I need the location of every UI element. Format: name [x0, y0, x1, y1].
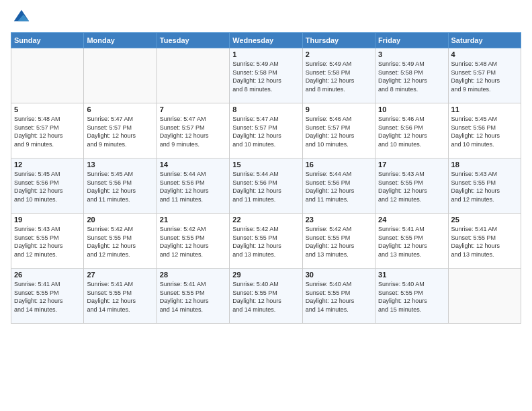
calendar-cell: 25Sunrise: 5:41 AMSunset: 5:55 PMDayligh… — [448, 214, 521, 269]
header — [11, 8, 521, 27]
calendar-header-friday: Friday — [375, 33, 448, 48]
calendar-week-1: 1Sunrise: 5:49 AMSunset: 5:58 PMDaylight… — [11, 48, 521, 103]
day-info: Sunrise: 5:42 AMSunset: 5:55 PMDaylight:… — [160, 225, 226, 259]
day-number: 3 — [378, 50, 445, 58]
day-number: 21 — [160, 216, 226, 224]
calendar-cell: 21Sunrise: 5:42 AMSunset: 5:55 PMDayligh… — [157, 214, 229, 269]
day-number: 28 — [160, 271, 226, 279]
day-info: Sunrise: 5:46 AMSunset: 5:57 PMDaylight:… — [306, 115, 372, 148]
day-info: Sunrise: 5:47 AMSunset: 5:57 PMDaylight:… — [160, 115, 226, 148]
calendar-cell: 19Sunrise: 5:43 AMSunset: 5:55 PMDayligh… — [11, 214, 84, 269]
day-info: Sunrise: 5:49 AMSunset: 5:58 PMDaylight:… — [378, 60, 445, 93]
calendar-cell: 14Sunrise: 5:44 AMSunset: 5:56 PMDayligh… — [157, 158, 229, 214]
calendar-cell — [448, 269, 521, 324]
day-number: 24 — [378, 216, 445, 224]
calendar-cell: 11Sunrise: 5:45 AMSunset: 5:56 PMDayligh… — [448, 103, 521, 158]
logo-icon — [12, 8, 31, 27]
day-info: Sunrise: 5:41 AMSunset: 5:55 PMDaylight:… — [160, 280, 226, 314]
day-number: 7 — [160, 105, 226, 113]
calendar-cell: 20Sunrise: 5:42 AMSunset: 5:55 PMDayligh… — [84, 214, 157, 269]
day-number: 11 — [451, 105, 518, 113]
day-info: Sunrise: 5:45 AMSunset: 5:56 PMDaylight:… — [14, 170, 81, 203]
day-info: Sunrise: 5:40 AMSunset: 5:55 PMDaylight:… — [306, 280, 372, 314]
day-info: Sunrise: 5:47 AMSunset: 5:57 PMDaylight:… — [232, 115, 299, 148]
day-number: 17 — [378, 161, 445, 169]
calendar-header-row: SundayMondayTuesdayWednesdayThursdayFrid… — [11, 33, 521, 48]
calendar-header-tuesday: Tuesday — [157, 33, 229, 48]
calendar-header-monday: Monday — [84, 33, 157, 48]
calendar-cell — [157, 48, 229, 103]
day-number: 23 — [306, 216, 372, 224]
day-info: Sunrise: 5:42 AMSunset: 5:55 PMDaylight:… — [232, 225, 299, 259]
calendar-cell: 22Sunrise: 5:42 AMSunset: 5:55 PMDayligh… — [230, 214, 302, 269]
calendar-header-thursday: Thursday — [302, 33, 375, 48]
day-info: Sunrise: 5:44 AMSunset: 5:56 PMDaylight:… — [306, 170, 372, 203]
calendar-cell: 31Sunrise: 5:40 AMSunset: 5:55 PMDayligh… — [375, 269, 448, 324]
day-info: Sunrise: 5:43 AMSunset: 5:55 PMDaylight:… — [451, 170, 518, 203]
calendar-table: SundayMondayTuesdayWednesdayThursdayFrid… — [11, 32, 521, 324]
day-number: 31 — [378, 271, 445, 279]
day-info: Sunrise: 5:44 AMSunset: 5:56 PMDaylight:… — [160, 170, 226, 203]
calendar-cell: 6Sunrise: 5:47 AMSunset: 5:57 PMDaylight… — [84, 103, 157, 158]
calendar-cell: 7Sunrise: 5:47 AMSunset: 5:57 PMDaylight… — [157, 103, 229, 158]
day-number: 12 — [14, 161, 81, 169]
calendar-cell: 16Sunrise: 5:44 AMSunset: 5:56 PMDayligh… — [302, 158, 375, 214]
calendar-header-saturday: Saturday — [448, 33, 521, 48]
calendar-week-4: 19Sunrise: 5:43 AMSunset: 5:55 PMDayligh… — [11, 214, 521, 269]
day-number: 19 — [14, 216, 81, 224]
day-info: Sunrise: 5:41 AMSunset: 5:55 PMDaylight:… — [87, 280, 153, 314]
day-number: 4 — [451, 50, 518, 58]
calendar-cell: 3Sunrise: 5:49 AMSunset: 5:58 PMDaylight… — [375, 48, 448, 103]
calendar-cell: 10Sunrise: 5:46 AMSunset: 5:56 PMDayligh… — [375, 103, 448, 158]
day-number: 25 — [451, 216, 518, 224]
day-info: Sunrise: 5:41 AMSunset: 5:55 PMDaylight:… — [378, 225, 445, 259]
day-number: 10 — [378, 105, 445, 113]
calendar-cell: 15Sunrise: 5:44 AMSunset: 5:56 PMDayligh… — [230, 158, 302, 214]
day-info: Sunrise: 5:41 AMSunset: 5:55 PMDaylight:… — [14, 280, 81, 314]
calendar-cell: 29Sunrise: 5:40 AMSunset: 5:55 PMDayligh… — [230, 269, 302, 324]
day-number: 29 — [232, 271, 299, 279]
day-number: 27 — [87, 271, 153, 279]
day-info: Sunrise: 5:43 AMSunset: 5:55 PMDaylight:… — [378, 170, 445, 203]
day-info: Sunrise: 5:49 AMSunset: 5:58 PMDaylight:… — [232, 60, 299, 93]
day-number: 15 — [232, 161, 299, 169]
page: SundayMondayTuesdayWednesdayThursdayFrid… — [0, 0, 532, 411]
day-info: Sunrise: 5:43 AMSunset: 5:55 PMDaylight:… — [14, 225, 81, 259]
day-info: Sunrise: 5:48 AMSunset: 5:57 PMDaylight:… — [14, 115, 81, 148]
calendar-cell: 24Sunrise: 5:41 AMSunset: 5:55 PMDayligh… — [375, 214, 448, 269]
day-info: Sunrise: 5:48 AMSunset: 5:57 PMDaylight:… — [451, 60, 518, 93]
calendar-cell: 4Sunrise: 5:48 AMSunset: 5:57 PMDaylight… — [448, 48, 521, 103]
day-number: 5 — [14, 105, 81, 113]
day-number: 8 — [232, 105, 299, 113]
calendar-cell: 30Sunrise: 5:40 AMSunset: 5:55 PMDayligh… — [302, 269, 375, 324]
day-info: Sunrise: 5:49 AMSunset: 5:58 PMDaylight:… — [306, 60, 372, 93]
calendar-cell: 23Sunrise: 5:42 AMSunset: 5:55 PMDayligh… — [302, 214, 375, 269]
day-number: 20 — [87, 216, 153, 224]
calendar-cell: 5Sunrise: 5:48 AMSunset: 5:57 PMDaylight… — [11, 103, 84, 158]
calendar-week-5: 26Sunrise: 5:41 AMSunset: 5:55 PMDayligh… — [11, 269, 521, 324]
day-number: 18 — [451, 161, 518, 169]
calendar-cell: 26Sunrise: 5:41 AMSunset: 5:55 PMDayligh… — [11, 269, 84, 324]
day-info: Sunrise: 5:44 AMSunset: 5:56 PMDaylight:… — [232, 170, 299, 203]
calendar-cell: 28Sunrise: 5:41 AMSunset: 5:55 PMDayligh… — [157, 269, 229, 324]
day-number: 26 — [14, 271, 81, 279]
calendar-cell: 18Sunrise: 5:43 AMSunset: 5:55 PMDayligh… — [448, 158, 521, 214]
calendar-cell: 17Sunrise: 5:43 AMSunset: 5:55 PMDayligh… — [375, 158, 448, 214]
calendar-cell: 13Sunrise: 5:45 AMSunset: 5:56 PMDayligh… — [84, 158, 157, 214]
calendar-header-wednesday: Wednesday — [230, 33, 302, 48]
calendar-cell: 8Sunrise: 5:47 AMSunset: 5:57 PMDaylight… — [230, 103, 302, 158]
calendar-cell: 2Sunrise: 5:49 AMSunset: 5:58 PMDaylight… — [302, 48, 375, 103]
calendar-cell — [84, 48, 157, 103]
day-number: 30 — [306, 271, 372, 279]
calendar-cell: 1Sunrise: 5:49 AMSunset: 5:58 PMDaylight… — [230, 48, 302, 103]
day-info: Sunrise: 5:45 AMSunset: 5:56 PMDaylight:… — [451, 115, 518, 148]
day-number: 1 — [232, 50, 299, 58]
day-number: 22 — [232, 216, 299, 224]
calendar-cell: 12Sunrise: 5:45 AMSunset: 5:56 PMDayligh… — [11, 158, 84, 214]
calendar-cell: 27Sunrise: 5:41 AMSunset: 5:55 PMDayligh… — [84, 269, 157, 324]
calendar-cell: 9Sunrise: 5:46 AMSunset: 5:57 PMDaylight… — [302, 103, 375, 158]
logo — [11, 8, 31, 27]
day-number: 9 — [306, 105, 372, 113]
calendar-week-3: 12Sunrise: 5:45 AMSunset: 5:56 PMDayligh… — [11, 158, 521, 214]
day-number: 16 — [306, 161, 372, 169]
